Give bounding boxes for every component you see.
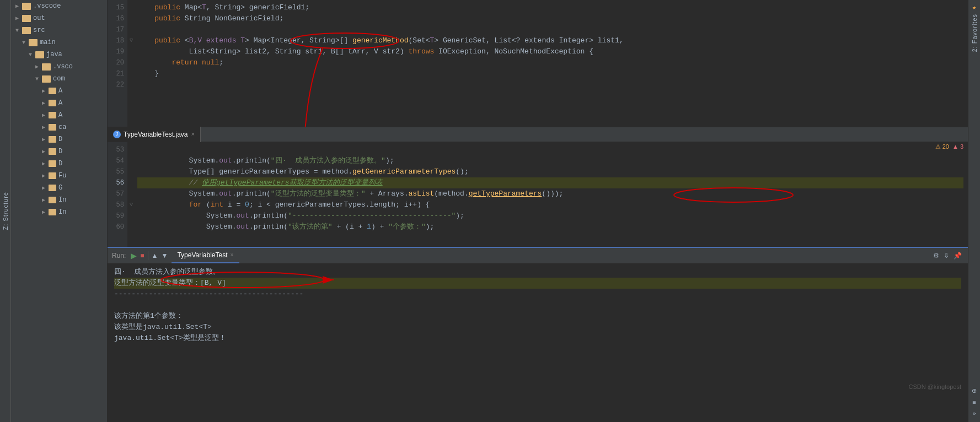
code-line-19: List<String> list2, String str1, B[] tAr…: [137, 46, 963, 57]
tree-item-A3[interactable]: ▶ A: [11, 109, 107, 121]
code-line-21: }: [137, 68, 963, 79]
scroll-down-button[interactable]: ▼: [160, 252, 170, 259]
tree-item-vscode[interactable]: ▶ .vscode: [11, 0, 107, 12]
editor-tab-bar: J TypeVariableTest.java ×: [108, 127, 968, 142]
editor-tab-label: TypeVariableTest.java: [124, 131, 188, 138]
run-label: Run:: [110, 252, 126, 259]
tree-item-G[interactable]: ▶ G: [11, 182, 107, 194]
run-tab-bar: Run: ▶ ■ ▲ ▼ TypeVariableTest × ⚙ ⇩ 📌: [108, 248, 968, 263]
project-sidebar: ▶ .vscode ▶ out ▼ src ▼ main ▼ java ▶ .v…: [11, 0, 108, 422]
output-line-4: [114, 300, 961, 311]
tree-label-In2: In: [58, 208, 66, 216]
tree-item-out[interactable]: ▶ out: [11, 12, 107, 24]
z-structure-sidebar: Z: Structure: [0, 0, 11, 422]
output-line-2: 泛型方法的泛型变量类型：[B, V]: [114, 278, 961, 289]
tree-label-A2: A: [58, 99, 62, 107]
code-content-bottom: System.out.println("四· 成员方法入参的泛型参数。"); T…: [135, 142, 968, 247]
code-line-54: System.out.println("四· 成员方法入参的泛型参数。");: [137, 155, 963, 166]
code-line-58: for (int i = 0; i < genericParameterType…: [137, 199, 963, 210]
warning-count: ⚠ 20: [935, 143, 949, 150]
java-file-icon: J: [113, 131, 121, 138]
tree-item-A2[interactable]: ▶ A: [11, 97, 107, 109]
code-line-22: [137, 79, 963, 90]
editor-bottom-section: ⚠ 20 ▲ 3 53 54 55 56 57 58 59 60: [108, 142, 968, 247]
tree-label-out: out: [33, 14, 45, 22]
output-line-6: 该类型是java.util.Set<T>: [114, 322, 961, 333]
tree-label-Fu: Fu: [58, 172, 66, 180]
code-line-56: // 使用getTypeParameters获取泛型方法的泛型变量列表: [137, 177, 963, 188]
tree-item-D1[interactable]: ▶ D: [11, 133, 107, 145]
tree-item-ca[interactable]: ▶ ca: [11, 121, 107, 133]
run-tab-active[interactable]: TypeVariableTest ×: [172, 248, 239, 263]
run-tab-close[interactable]: ×: [231, 252, 234, 258]
code-line-55: Type[] genericParameterTypes = method.ge…: [137, 166, 963, 177]
z-structure-label: Z: Structure: [2, 192, 9, 230]
tree-item-In1[interactable]: ▶ In: [11, 194, 107, 206]
stop-button[interactable]: ■: [138, 252, 146, 259]
tree-label-java: java: [46, 51, 62, 58]
output-line-1: 四· 成员方法入参的泛型参数。: [114, 267, 961, 278]
code-line-16: public String NonGenericField;: [137, 13, 963, 24]
tree-item-com[interactable]: ▼ com: [11, 73, 107, 85]
run-button[interactable]: ▶: [129, 251, 138, 260]
tree-label-A1: A: [58, 87, 62, 95]
code-pane-top: 15 16 17 18 19 20 21 22 ▽: [108, 0, 968, 127]
fav-action-1[interactable]: ⊕: [971, 386, 978, 396]
fav-action-2[interactable]: ≡: [971, 398, 977, 407]
code-line-17: [137, 24, 963, 35]
code-line-15: public Map<T, String> genericField1;: [137, 2, 963, 13]
editor-top-section: 15 16 17 18 19 20 21 22 ▽: [108, 0, 968, 127]
tree-item-main[interactable]: ▼ main: [11, 36, 107, 48]
tree-label-D2: D: [58, 148, 62, 155]
tree-item-D2[interactable]: ▶ D: [11, 145, 107, 158]
output-line-5: 该方法的第1个参数：: [114, 311, 961, 322]
error-count: ▲ 3: [952, 143, 963, 150]
run-output: 四· 成员方法入参的泛型参数。 泛型方法的泛型变量类型：[B, V] -----…: [108, 263, 968, 396]
tab-close-icon[interactable]: ×: [191, 131, 195, 138]
code-line-59: System.out.println("--------------------…: [137, 210, 963, 221]
tree-item-D3[interactable]: ▶ D: [11, 158, 107, 170]
tree-label-D1: D: [58, 136, 62, 143]
code-line-20: return null;: [137, 57, 963, 68]
run-panel-pin[interactable]: 📌: [952, 252, 963, 259]
code-line-53: [137, 144, 963, 155]
tree-label-In1: In: [58, 196, 66, 204]
csdn-watermark: CSDN @kingtopest: [908, 381, 961, 392]
tree-item-java[interactable]: ▼ java: [11, 48, 107, 61]
run-panel: Run: ▶ ■ ▲ ▼ TypeVariableTest × ⚙ ⇩ 📌: [108, 247, 968, 396]
favorites-star-icon: ★: [972, 3, 976, 12]
tree-label-ca: ca: [58, 123, 66, 131]
tree-label-vscode: .vscode: [33, 2, 61, 10]
favorites-label: 2: Favorites: [971, 14, 978, 52]
line-numbers-bottom: 53 54 55 56 57 58 59 60: [108, 142, 127, 247]
warning-error-badge: ⚠ 20 ▲ 3: [935, 143, 963, 150]
tree-label-G: G: [58, 184, 62, 192]
output-line-3: ----------------------------------------…: [114, 289, 961, 300]
tree-label-vsco: .vsco: [53, 63, 73, 71]
code-line-60: System.out.println("该方法的第" + (i + 1) + "…: [137, 221, 963, 232]
line-numbers-top: 15 16 17 18 19 20 21 22: [108, 0, 127, 127]
tree-label-com: com: [53, 75, 65, 83]
tree-label-src: src: [33, 26, 45, 34]
code-line-18: public <B,V extends T> Map<Integer, Stri…: [137, 35, 963, 46]
fav-action-chevron[interactable]: »: [971, 409, 977, 418]
main-editor-column: 15 16 17 18 19 20 21 22 ▽: [108, 0, 968, 422]
tree-item-src[interactable]: ▼ src: [11, 24, 107, 36]
run-panel-fold[interactable]: ⇩: [942, 252, 951, 259]
tree-label-A3: A: [58, 111, 62, 119]
editor-tab-active[interactable]: J TypeVariableTest.java ×: [108, 127, 201, 142]
tree-item-vsco[interactable]: ▶ .vsco: [11, 61, 107, 73]
code-content-top: public Map<T, String> genericField1; pub…: [135, 0, 968, 127]
run-panel-settings[interactable]: ⚙: [931, 252, 941, 259]
code-line-57: System.out.println("泛型方法的泛型变量类型：" + Arra…: [137, 188, 963, 199]
tree-label-D3: D: [58, 160, 62, 167]
tree-item-In2[interactable]: ▶ In: [11, 206, 107, 218]
tree-item-A1[interactable]: ▶ A: [11, 85, 107, 97]
favorites-sidebar: ★ 2: Favorites ⊕ ≡ »: [968, 0, 980, 422]
scroll-up-button[interactable]: ▲: [150, 252, 160, 259]
tree-item-Fu[interactable]: ▶ Fu: [11, 170, 107, 182]
code-pane-bottom: 53 54 55 56 57 58 59 60 ▽: [108, 142, 968, 247]
run-tab-label: TypeVariableTest: [177, 251, 227, 259]
tree-label-main: main: [40, 39, 56, 46]
output-line-7: java.util.Set<T>类型是泛型！: [114, 333, 961, 344]
